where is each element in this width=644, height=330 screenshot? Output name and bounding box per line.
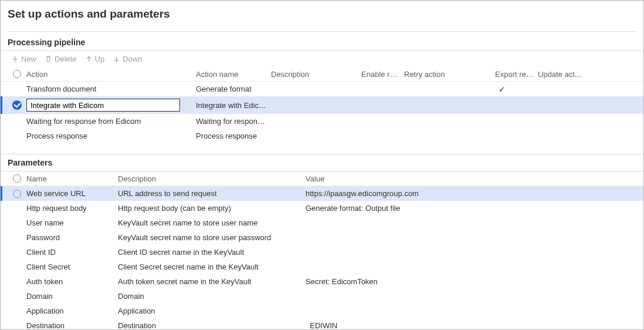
cell-export-result <box>495 119 538 124</box>
cell-export-result <box>495 134 538 139</box>
row-selector[interactable] <box>11 324 26 328</box>
col-action[interactable]: Action <box>26 68 196 81</box>
cell-action: Transform document <box>26 82 196 96</box>
cell-name: Password <box>26 231 118 244</box>
table-row[interactable]: Waiting for response from Edicom Waiting… <box>1 114 643 129</box>
pipeline-grid-header: Action Action name Description Enable re… <box>1 67 643 82</box>
new-button[interactable]: New <box>11 55 36 63</box>
cell-retry-action <box>404 134 495 139</box>
cell-value: _EDIWIN <box>306 319 643 330</box>
cell-description <box>271 87 361 92</box>
action-input[interactable] <box>26 99 180 112</box>
cell-action: Waiting for response from Edicom <box>26 115 196 128</box>
cell-description: URL address to send request <box>118 187 306 200</box>
cell-action-name: Integrate with Edicom <box>196 99 271 112</box>
delete-button[interactable]: Delete <box>45 55 77 63</box>
col-retry-action[interactable]: Retry action <box>404 68 495 81</box>
cell-name: Auth token <box>26 275 118 288</box>
cell-name: Http request body <box>26 201 118 215</box>
cell-update-action <box>538 103 585 107</box>
cell-value <box>306 309 643 314</box>
up-button[interactable]: Up <box>85 55 105 63</box>
cell-description: Client Secret secret name in the KeyVaul… <box>118 260 306 274</box>
parameters-grid: Name Description Value Web service URL U… <box>1 171 643 330</box>
cell-value <box>306 265 643 270</box>
table-row[interactable]: Client Secret Client Secret secret name … <box>1 260 643 274</box>
cell-enable-retry <box>361 119 404 124</box>
row-selector[interactable] <box>11 235 26 240</box>
row-selector[interactable] <box>11 134 26 139</box>
table-row[interactable]: Domain Domain <box>1 289 643 304</box>
cell-action-name: Waiting for response fro... <box>196 115 271 128</box>
arrow-down-icon <box>113 55 120 63</box>
col-name[interactable]: Name <box>26 172 118 186</box>
row-selector[interactable] <box>11 187 26 200</box>
row-selector[interactable] <box>11 98 26 112</box>
row-selector[interactable] <box>11 87 26 92</box>
cell-description: Http request body (can be empty) <box>118 201 306 215</box>
new-label: New <box>21 55 36 63</box>
cell-description: KeyVault secret name to store user passw… <box>118 231 306 244</box>
table-row[interactable]: Password KeyVault secret name to store u… <box>1 230 643 245</box>
cell-enable-retry <box>361 87 404 92</box>
cell-export-result: ✓ <box>495 82 538 96</box>
section-processing-pipeline: Processing pipeline <box>1 34 643 51</box>
down-label: Down <box>123 55 142 63</box>
cell-name: Client Secret <box>26 260 118 274</box>
cell-name: Domain <box>26 289 118 303</box>
cell-description: Auth token secret name in the KeyVault <box>118 275 306 288</box>
cell-enable-retry <box>361 134 404 139</box>
cell-value: Generate format: Output file <box>306 201 643 215</box>
row-selector[interactable] <box>11 265 26 270</box>
col-value[interactable]: Value <box>306 172 643 186</box>
cell-enable-retry <box>361 103 404 107</box>
select-all-pipeline[interactable] <box>11 68 26 80</box>
cell-action[interactable] <box>26 96 196 114</box>
table-row[interactable]: Client ID Client ID secret name in the K… <box>1 245 643 260</box>
cell-retry-action <box>404 119 495 124</box>
cell-name: Destination <box>26 319 118 330</box>
check-icon <box>12 100 22 110</box>
select-all-parameters[interactable] <box>11 172 26 185</box>
table-row[interactable]: Process response Process response <box>1 129 643 143</box>
row-selector[interactable] <box>11 221 26 225</box>
table-row[interactable]: Integrate with Edicom <box>1 96 643 114</box>
row-selector[interactable] <box>11 119 26 124</box>
cell-name: Client ID <box>26 245 118 259</box>
section-parameters: Parameters <box>1 154 643 171</box>
up-label: Up <box>95 55 105 63</box>
page-title: Set up actions and parameters <box>1 1 643 28</box>
row-selector[interactable] <box>11 309 26 314</box>
cell-description: Domain <box>118 289 306 303</box>
cell-value: https://ipaasgw.edicomgroup.com <box>306 187 643 200</box>
table-row[interactable]: User name KeyVault secret name to store … <box>1 215 643 230</box>
col-description[interactable]: Description <box>271 68 361 81</box>
table-row[interactable]: Application Application <box>1 304 643 318</box>
trash-icon <box>45 55 52 63</box>
col-export-result[interactable]: Export result <box>495 68 538 81</box>
cell-description: Destination <box>118 319 306 330</box>
row-selector[interactable] <box>11 206 26 211</box>
col-update-action[interactable]: Update act... <box>538 68 585 81</box>
table-row[interactable]: Transform document Generate format ✓ <box>1 82 643 96</box>
table-row[interactable]: Auth token Auth token secret name in the… <box>1 274 643 289</box>
table-row[interactable]: Http request body Http request body (can… <box>1 201 643 215</box>
row-selector[interactable] <box>11 280 26 284</box>
row-selector[interactable] <box>11 294 26 299</box>
cell-value <box>306 294 643 299</box>
cell-description <box>271 103 361 107</box>
table-row[interactable]: Destination Destination _EDIWIN <box>1 318 643 330</box>
divider <box>8 31 636 32</box>
cell-action-name: Generate format <box>196 82 271 96</box>
cell-description <box>271 134 361 139</box>
row-selector[interactable] <box>11 250 26 255</box>
table-row[interactable]: Web service URL URL address to send requ… <box>1 186 643 201</box>
cell-retry-action <box>404 87 495 92</box>
col-description[interactable]: Description <box>118 172 306 186</box>
cell-name: Application <box>26 304 118 318</box>
cell-description: Client ID secret name in the KeyVault <box>118 245 306 259</box>
down-button[interactable]: Down <box>113 55 142 63</box>
cell-description <box>271 119 361 124</box>
col-enable-retry[interactable]: Enable retry <box>361 68 404 81</box>
col-action-name[interactable]: Action name <box>196 68 271 81</box>
